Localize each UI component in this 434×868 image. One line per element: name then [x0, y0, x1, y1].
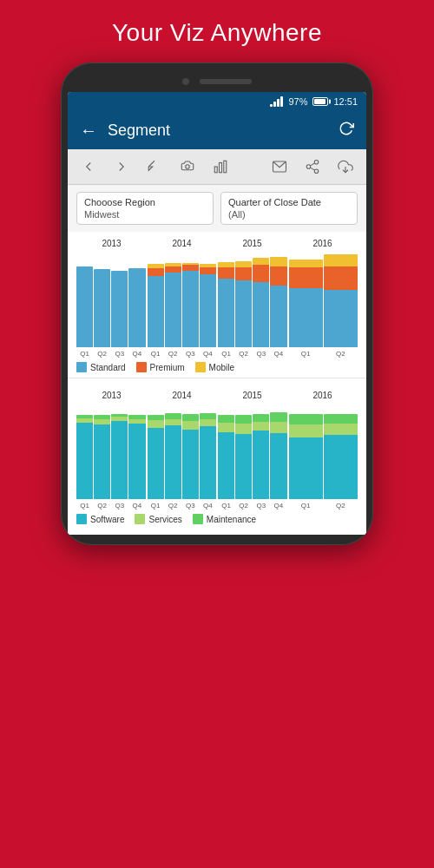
- svg-rect-3: [220, 163, 222, 173]
- bar-item[interactable]: [324, 254, 358, 347]
- bar-item[interactable]: [182, 414, 199, 499]
- quarter-label: Q4: [128, 502, 145, 510]
- chart1-quarter-labels: Q1Q2Q3Q4Q1Q2Q3Q4Q1Q2Q3Q4Q1Q2: [76, 350, 358, 358]
- bar-item[interactable]: [200, 413, 216, 499]
- svg-point-8: [314, 169, 319, 174]
- back-button[interactable]: ←: [80, 121, 97, 141]
- year-2015: 2015: [217, 239, 287, 248]
- legend-premium: Premium: [136, 362, 185, 372]
- chart2-legend: Software Services Maintenance: [76, 510, 358, 529]
- quarter-label: Q2: [235, 350, 252, 358]
- chart2-bars: [76, 404, 358, 499]
- quarter-label: Q4: [270, 350, 286, 358]
- year2-2015: 2015: [217, 391, 287, 400]
- bar-item[interactable]: [289, 260, 323, 347]
- quarter-label: Q1: [76, 350, 93, 358]
- legend-maintenance: Maintenance: [193, 514, 256, 524]
- bar-item[interactable]: [253, 414, 269, 499]
- quarter-filter-value: (All): [228, 209, 350, 220]
- legend-software: Software: [76, 514, 124, 524]
- email-button[interactable]: [267, 155, 292, 179]
- back-nav-button[interactable]: [76, 155, 101, 179]
- bar-item[interactable]: [94, 415, 110, 499]
- bar-item[interactable]: [324, 414, 358, 499]
- bar-group-3: [218, 252, 287, 347]
- chart1-year-labels: 2013 2014 2015 2016: [76, 239, 358, 248]
- region-filter[interactable]: Chooose Region Midwest: [76, 192, 214, 225]
- quarter-label: Q4: [128, 350, 145, 358]
- phone-frame: 97% 12:51 ← Segment: [61, 62, 373, 545]
- signal-icon: [270, 96, 283, 107]
- bar-item[interactable]: [128, 415, 145, 499]
- battery-percent: 97%: [288, 96, 307, 107]
- quarter-label: Q1: [148, 350, 164, 358]
- bar-item[interactable]: [289, 414, 323, 499]
- quarter-filter[interactable]: Quarter of Close Date (All): [220, 192, 358, 225]
- chart2-section: 2013 2014 2015 2016 Q1Q2Q3Q4Q1Q2Q3Q4Q1Q2…: [68, 384, 366, 535]
- bar-item[interactable]: [111, 414, 128, 499]
- svg-line-0: [148, 161, 155, 167]
- bar-item[interactable]: [76, 415, 93, 499]
- quarter-label: Q4: [200, 350, 216, 358]
- phone-top-bar: [68, 73, 366, 92]
- bar-group-1: [76, 252, 146, 347]
- quarter-label: Q2: [165, 350, 181, 358]
- refresh-button[interactable]: [339, 121, 354, 141]
- phone-speaker: [200, 79, 252, 84]
- year-2016: 2016: [287, 239, 358, 248]
- bar-item[interactable]: [148, 264, 164, 347]
- region-filter-label: Chooose Region: [84, 197, 206, 207]
- quarter-label: Q1: [218, 502, 234, 510]
- bar-item[interactable]: [218, 262, 234, 347]
- bar-item[interactable]: [148, 415, 164, 499]
- camera-button[interactable]: [175, 155, 200, 179]
- bar-item[interactable]: [235, 415, 252, 499]
- quarter-label: Q2: [94, 502, 110, 510]
- chart1-bars: [76, 252, 358, 347]
- quarter-label: Q2: [235, 502, 252, 510]
- app-bar-title: Segment: [108, 122, 339, 140]
- bar-item[interactable]: [218, 415, 234, 499]
- toolbar: [68, 149, 366, 185]
- svg-line-10: [310, 163, 314, 166]
- bar-item[interactable]: [182, 263, 199, 347]
- bar-item[interactable]: [253, 258, 269, 347]
- quarter-label: Q1: [289, 350, 323, 358]
- status-bar: 97% 12:51: [68, 92, 366, 111]
- quarter-filter-label: Quarter of Close Date: [228, 197, 350, 207]
- bar-group2-4: [289, 404, 358, 499]
- bar-item[interactable]: [165, 413, 181, 499]
- quarter-label: Q3: [253, 502, 269, 510]
- bar-group2-2: [148, 404, 217, 499]
- bar-item[interactable]: [111, 271, 128, 347]
- svg-point-6: [314, 161, 319, 165]
- app-bar: ← Segment: [68, 111, 366, 149]
- quarter-label: Q3: [253, 350, 269, 358]
- header-title: Your Viz Anywhere: [0, 0, 434, 62]
- bar-group-2: [148, 252, 217, 347]
- bar-item[interactable]: [200, 264, 216, 347]
- clock: 12:51: [333, 96, 358, 107]
- bar-item[interactable]: [235, 261, 252, 347]
- chart-button[interactable]: [208, 155, 233, 179]
- svg-point-1: [186, 165, 190, 169]
- bar-item[interactable]: [128, 268, 145, 347]
- quarter-label: Q4: [270, 502, 286, 510]
- quarter-label: Q4: [200, 502, 216, 510]
- bar-item[interactable]: [94, 269, 110, 347]
- legend-standard: Standard: [76, 362, 126, 372]
- bar-item[interactable]: [270, 257, 286, 348]
- forward-nav-button[interactable]: [109, 155, 134, 179]
- year-2014: 2014: [147, 239, 217, 248]
- share-button[interactable]: [300, 155, 325, 179]
- year-2013: 2013: [76, 239, 147, 248]
- svg-rect-4: [224, 161, 227, 173]
- home-nav-button[interactable]: [142, 155, 167, 179]
- bar-item[interactable]: [270, 412, 286, 499]
- bar-item[interactable]: [165, 263, 181, 347]
- quarter-label: Q1: [289, 502, 323, 510]
- download-button[interactable]: [333, 155, 358, 179]
- phone-camera: [182, 78, 189, 85]
- quarter-label: Q2: [324, 502, 358, 510]
- bar-item[interactable]: [76, 266, 93, 348]
